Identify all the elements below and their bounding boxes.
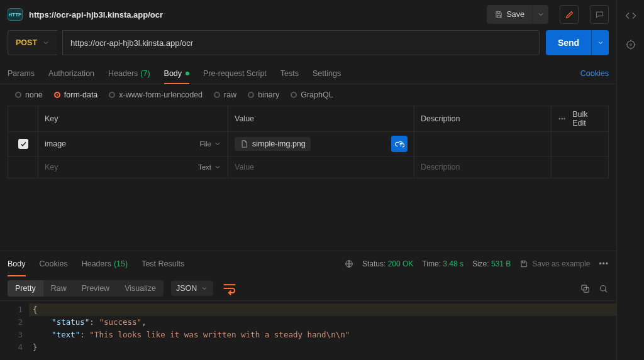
request-title: https://ocr-api-hjb3l.kinsta.app/ocr <box>29 10 480 19</box>
svg-point-2 <box>564 118 565 119</box>
cookies-link[interactable]: Cookies <box>580 69 609 78</box>
method-value: POST <box>16 38 37 47</box>
tab-authorization[interactable]: Authorization <box>48 63 94 84</box>
tab-settings[interactable]: Settings <box>313 63 341 84</box>
svg-line-9 <box>605 290 607 292</box>
body-mode-formdata[interactable]: form-data <box>54 90 98 99</box>
body-mode-graphql[interactable]: GraphQL <box>291 90 333 99</box>
key-type-select[interactable]: Text <box>198 163 221 171</box>
desc-cell[interactable] <box>414 132 552 156</box>
more-icon[interactable] <box>558 114 566 123</box>
tab-params[interactable]: Params <box>8 63 35 84</box>
resp-tab-headers[interactable]: Headers (15) <box>82 251 128 276</box>
table-row: image File simple-img.png <box>8 132 608 156</box>
url-input[interactable] <box>62 30 540 55</box>
reupload-button[interactable] <box>391 136 408 152</box>
resp-tab-cookies[interactable]: Cookies <box>40 251 68 276</box>
body-mode-xform[interactable]: x-www-form-urlencoded <box>109 90 203 99</box>
status-label: Status: <box>362 259 386 268</box>
key-input[interactable]: Key <box>45 163 58 172</box>
edit-button[interactable] <box>560 5 579 24</box>
info-icon[interactable] <box>625 39 636 50</box>
size-value: 531 B <box>491 259 511 268</box>
tab-tests[interactable]: Tests <box>280 63 299 84</box>
table-row-new: Key Text Value Description <box>8 156 608 178</box>
more-menu-button[interactable]: ••• <box>599 259 609 268</box>
view-mode-segment: Pretty Raw Preview Visualize <box>8 280 164 297</box>
tab-body[interactable]: Body <box>164 63 190 84</box>
save-icon <box>519 259 528 268</box>
format-select[interactable]: JSON <box>171 281 213 296</box>
view-pretty[interactable]: Pretty <box>8 280 43 297</box>
svg-point-11 <box>630 44 631 46</box>
chevron-down-icon <box>214 140 221 148</box>
save-icon <box>494 10 503 19</box>
chevron-down-icon <box>201 285 208 292</box>
chevron-down-icon <box>42 39 50 46</box>
col-header-description: Description <box>414 106 552 131</box>
key-cell[interactable]: image <box>45 139 66 148</box>
send-dropdown-button[interactable] <box>591 30 609 55</box>
col-header-value: Value <box>228 106 414 131</box>
view-preview[interactable]: Preview <box>74 280 117 297</box>
response-body: 1234 { "status": "success", "text": "Thi… <box>0 301 616 360</box>
search-icon[interactable] <box>598 283 609 294</box>
resp-tab-tests[interactable]: Test Results <box>142 251 184 276</box>
status-value: 200 OK <box>388 259 414 268</box>
svg-point-1 <box>562 118 563 119</box>
bulk-edit-link[interactable]: Bulk Edit <box>572 110 602 128</box>
save-button[interactable]: Save <box>487 5 533 24</box>
svg-point-0 <box>559 118 560 119</box>
key-type-select[interactable]: File <box>199 140 221 148</box>
save-as-example-button[interactable]: Save as example <box>519 259 590 268</box>
pencil-icon <box>565 10 574 19</box>
method-select[interactable]: POST <box>8 30 57 55</box>
chevron-down-icon <box>214 163 221 171</box>
formdata-table: Key Value Description Bulk Edit image Fi… <box>8 106 609 178</box>
tab-headers[interactable]: Headers (7) <box>108 63 150 84</box>
col-header-key: Key <box>38 106 228 131</box>
upload-cloud-icon <box>395 139 404 149</box>
file-chip[interactable]: simple-img.png <box>235 137 311 151</box>
body-mode-none[interactable]: none <box>15 90 43 99</box>
view-raw[interactable]: Raw <box>43 280 74 297</box>
http-method-icon: HTTP <box>8 8 23 21</box>
time-label: Time: <box>422 259 441 268</box>
globe-icon[interactable] <box>345 259 353 268</box>
chevron-down-icon <box>597 39 604 46</box>
wrap-lines-button[interactable] <box>221 280 238 297</box>
file-icon <box>240 139 248 148</box>
svg-point-8 <box>601 285 606 291</box>
time-value: 3.48 s <box>443 259 464 268</box>
headers-count: (7) <box>140 69 150 78</box>
code-icon[interactable] <box>625 10 636 21</box>
chevron-down-icon <box>537 11 545 18</box>
wrap-icon <box>221 280 238 297</box>
body-mode-binary[interactable]: binary <box>248 90 279 99</box>
value-input[interactable]: Value <box>235 163 254 172</box>
svg-point-10 <box>627 41 635 48</box>
resp-headers-count: (15) <box>114 259 128 268</box>
row-enable-checkbox[interactable] <box>18 139 28 149</box>
copy-icon[interactable] <box>580 283 591 294</box>
body-mode-raw[interactable]: raw <box>214 90 236 99</box>
desc-input[interactable]: Description <box>421 163 460 172</box>
size-label: Size: <box>472 259 489 268</box>
resp-tab-body[interactable]: Body <box>8 251 26 276</box>
dirty-dot-icon <box>186 72 189 75</box>
check-icon <box>19 140 27 148</box>
view-visualize[interactable]: Visualize <box>117 280 164 297</box>
tab-prerequest[interactable]: Pre-request Script <box>203 63 267 84</box>
comment-button[interactable] <box>590 5 609 24</box>
send-button[interactable]: Send <box>546 30 591 55</box>
save-dropdown-button[interactable] <box>532 5 548 24</box>
comment-icon <box>595 10 604 19</box>
